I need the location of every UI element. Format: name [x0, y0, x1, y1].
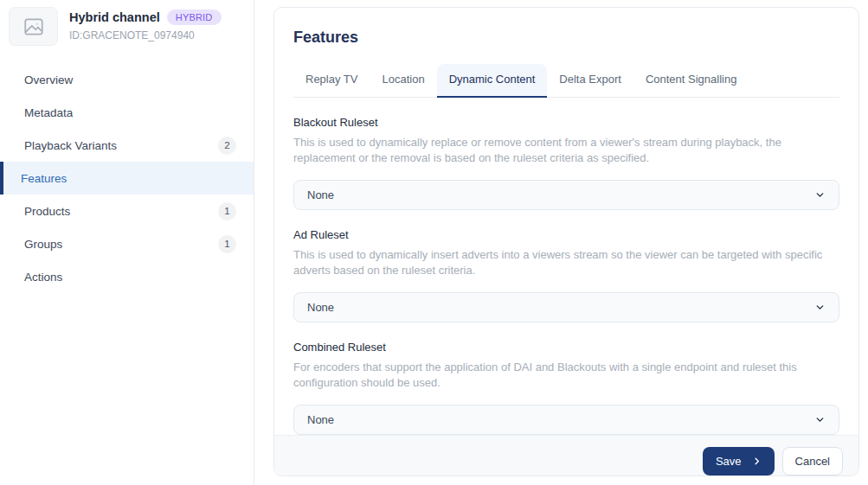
ad-ruleset-label: Ad Ruleset [293, 228, 839, 241]
sidebar-item-actions[interactable]: Actions [0, 260, 254, 293]
blackout-ruleset-description: This is used to dynamically replace or r… [293, 135, 839, 165]
ad-ruleset-select[interactable]: None [293, 292, 839, 322]
count-badge: 2 [218, 137, 236, 155]
sidebar-item-products[interactable]: Products 1 [0, 195, 254, 227]
channel-title: Hybrid channel [69, 10, 160, 24]
combined-ruleset-section: Combined Ruleset For encoders that suppo… [293, 341, 839, 435]
blackout-ruleset-value: None [307, 188, 334, 201]
sidebar-item-label: Metadata [24, 106, 73, 119]
cancel-button[interactable]: Cancel [782, 447, 843, 475]
sidebar-item-groups[interactable]: Groups 1 [0, 227, 254, 260]
sidebar-nav: Overview Metadata Playback Variants 2 Fe… [0, 63, 254, 293]
sidebar-item-label: Playback Variants [24, 139, 117, 152]
channel-meta: Hybrid channel HYBRID ID:GRACENOTE_09749… [69, 7, 222, 41]
chevron-down-icon [814, 189, 826, 201]
tab-location[interactable]: Location [370, 64, 436, 98]
combined-ruleset-value: None [307, 413, 334, 426]
save-button[interactable]: Save [703, 447, 775, 475]
count-badge: 1 [218, 202, 236, 220]
channel-thumbnail-placeholder [9, 7, 58, 46]
combined-ruleset-label: Combined Ruleset [293, 341, 839, 354]
sidebar-item-features[interactable]: Features [0, 162, 254, 195]
save-button-label: Save [716, 455, 742, 468]
sidebar-item-label: Overview [24, 73, 73, 86]
features-tabs: Replay TV Location Dynamic Content Delta… [293, 64, 839, 98]
chevron-down-icon [814, 302, 826, 313]
main-area: Features Replay TV Location Dynamic Cont… [254, 0, 868, 485]
count-badge: 1 [218, 235, 236, 253]
combined-ruleset-select[interactable]: None [293, 405, 839, 435]
channel-id: ID:GRACENOTE_0974940 [69, 29, 222, 41]
sidebar-item-playback-variants[interactable]: Playback Variants 2 [0, 129, 254, 162]
tab-replay-tv[interactable]: Replay TV [293, 64, 370, 98]
ad-ruleset-description: This is used to dynamically insert adver… [293, 247, 839, 278]
image-placeholder-icon [23, 16, 45, 38]
channel-type-badge: HYBRID [167, 10, 222, 25]
channel-header: Hybrid channel HYBRID ID:GRACENOTE_09749… [0, 0, 254, 51]
sidebar-item-label: Groups [24, 238, 62, 251]
blackout-ruleset-select[interactable]: None [293, 180, 839, 210]
ad-ruleset-value: None [307, 301, 334, 314]
sidebar-item-label: Features [21, 172, 67, 185]
sidebar-item-label: Products [24, 205, 70, 218]
ad-ruleset-section: Ad Ruleset This is used to dynamically i… [293, 228, 839, 322]
sidebar-item-overview[interactable]: Overview [0, 63, 254, 96]
page-title: Features [293, 29, 839, 47]
combined-ruleset-description: For encoders that support the applicatio… [293, 360, 839, 390]
blackout-ruleset-section: Blackout Ruleset This is used to dynamic… [293, 116, 839, 210]
tab-content-signalling[interactable]: Content Signalling [633, 64, 749, 98]
sidebar-item-label: Actions [24, 271, 62, 284]
card-footer: Save Cancel [274, 435, 858, 476]
tab-dynamic-content[interactable]: Dynamic Content [437, 64, 548, 98]
chevron-right-icon [752, 456, 762, 466]
tab-delta-export[interactable]: Delta Export [547, 64, 633, 98]
blackout-ruleset-label: Blackout Ruleset [293, 116, 839, 129]
features-card: Features Replay TV Location Dynamic Cont… [273, 7, 859, 476]
chevron-down-icon [814, 414, 826, 425]
sidebar: Hybrid channel HYBRID ID:GRACENOTE_09749… [0, 0, 254, 485]
sidebar-item-metadata[interactable]: Metadata [0, 96, 254, 129]
